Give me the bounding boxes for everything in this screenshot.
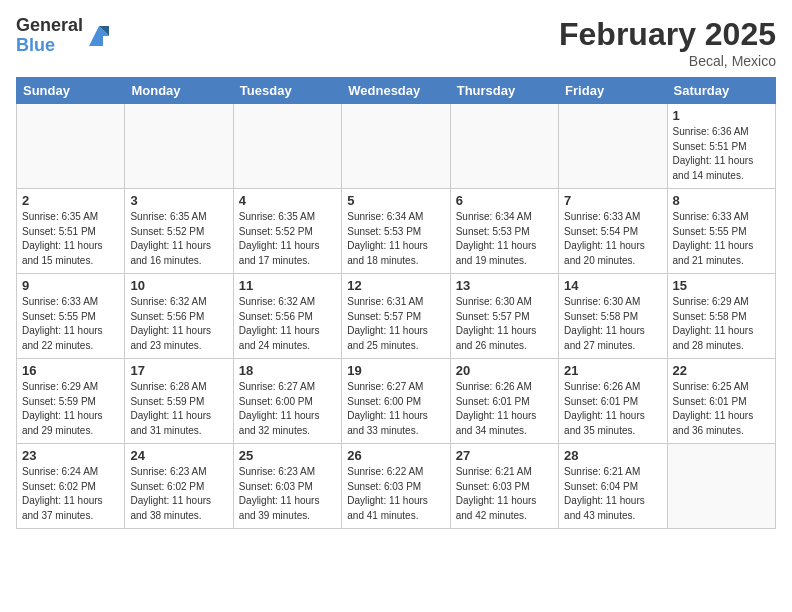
day-info: Sunrise: 6:34 AM Sunset: 5:53 PM Dayligh…	[456, 210, 553, 268]
calendar-cell: 18Sunrise: 6:27 AM Sunset: 6:00 PM Dayli…	[233, 359, 341, 444]
day-info: Sunrise: 6:23 AM Sunset: 6:03 PM Dayligh…	[239, 465, 336, 523]
day-info: Sunrise: 6:27 AM Sunset: 6:00 PM Dayligh…	[239, 380, 336, 438]
calendar-table: SundayMondayTuesdayWednesdayThursdayFrid…	[16, 77, 776, 529]
day-number: 12	[347, 278, 444, 293]
day-info: Sunrise: 6:30 AM Sunset: 5:58 PM Dayligh…	[564, 295, 661, 353]
calendar-week-row: 1Sunrise: 6:36 AM Sunset: 5:51 PM Daylig…	[17, 104, 776, 189]
calendar-week-row: 9Sunrise: 6:33 AM Sunset: 5:55 PM Daylig…	[17, 274, 776, 359]
calendar-cell: 2Sunrise: 6:35 AM Sunset: 5:51 PM Daylig…	[17, 189, 125, 274]
logo-blue: Blue	[16, 36, 83, 56]
day-info: Sunrise: 6:36 AM Sunset: 5:51 PM Dayligh…	[673, 125, 770, 183]
calendar-cell: 10Sunrise: 6:32 AM Sunset: 5:56 PM Dayli…	[125, 274, 233, 359]
calendar-header-thursday: Thursday	[450, 78, 558, 104]
calendar-cell: 22Sunrise: 6:25 AM Sunset: 6:01 PM Dayli…	[667, 359, 775, 444]
day-info: Sunrise: 6:26 AM Sunset: 6:01 PM Dayligh…	[456, 380, 553, 438]
calendar-cell: 4Sunrise: 6:35 AM Sunset: 5:52 PM Daylig…	[233, 189, 341, 274]
day-number: 23	[22, 448, 119, 463]
calendar-cell: 3Sunrise: 6:35 AM Sunset: 5:52 PM Daylig…	[125, 189, 233, 274]
day-number: 10	[130, 278, 227, 293]
day-number: 26	[347, 448, 444, 463]
day-number: 20	[456, 363, 553, 378]
day-number: 6	[456, 193, 553, 208]
day-info: Sunrise: 6:33 AM Sunset: 5:55 PM Dayligh…	[22, 295, 119, 353]
day-number: 13	[456, 278, 553, 293]
day-number: 1	[673, 108, 770, 123]
day-info: Sunrise: 6:29 AM Sunset: 5:58 PM Dayligh…	[673, 295, 770, 353]
day-info: Sunrise: 6:35 AM Sunset: 5:52 PM Dayligh…	[130, 210, 227, 268]
calendar-header-tuesday: Tuesday	[233, 78, 341, 104]
day-number: 17	[130, 363, 227, 378]
day-info: Sunrise: 6:30 AM Sunset: 5:57 PM Dayligh…	[456, 295, 553, 353]
calendar-cell: 14Sunrise: 6:30 AM Sunset: 5:58 PM Dayli…	[559, 274, 667, 359]
location-subtitle: Becal, Mexico	[559, 53, 776, 69]
calendar-week-row: 2Sunrise: 6:35 AM Sunset: 5:51 PM Daylig…	[17, 189, 776, 274]
page-header: General Blue February 2025 Becal, Mexico	[16, 16, 776, 69]
day-info: Sunrise: 6:31 AM Sunset: 5:57 PM Dayligh…	[347, 295, 444, 353]
day-number: 4	[239, 193, 336, 208]
calendar-cell: 17Sunrise: 6:28 AM Sunset: 5:59 PM Dayli…	[125, 359, 233, 444]
day-number: 7	[564, 193, 661, 208]
calendar-cell: 7Sunrise: 6:33 AM Sunset: 5:54 PM Daylig…	[559, 189, 667, 274]
day-info: Sunrise: 6:32 AM Sunset: 5:56 PM Dayligh…	[239, 295, 336, 353]
calendar-cell: 25Sunrise: 6:23 AM Sunset: 6:03 PM Dayli…	[233, 444, 341, 529]
day-number: 14	[564, 278, 661, 293]
day-number: 18	[239, 363, 336, 378]
calendar-header-monday: Monday	[125, 78, 233, 104]
day-number: 27	[456, 448, 553, 463]
calendar-week-row: 16Sunrise: 6:29 AM Sunset: 5:59 PM Dayli…	[17, 359, 776, 444]
logo: General Blue	[16, 16, 113, 56]
day-number: 25	[239, 448, 336, 463]
calendar-cell: 21Sunrise: 6:26 AM Sunset: 6:01 PM Dayli…	[559, 359, 667, 444]
logo-general: General	[16, 16, 83, 36]
day-info: Sunrise: 6:21 AM Sunset: 6:03 PM Dayligh…	[456, 465, 553, 523]
calendar-cell	[450, 104, 558, 189]
calendar-cell: 16Sunrise: 6:29 AM Sunset: 5:59 PM Dayli…	[17, 359, 125, 444]
day-info: Sunrise: 6:28 AM Sunset: 5:59 PM Dayligh…	[130, 380, 227, 438]
day-number: 2	[22, 193, 119, 208]
day-info: Sunrise: 6:25 AM Sunset: 6:01 PM Dayligh…	[673, 380, 770, 438]
day-info: Sunrise: 6:34 AM Sunset: 5:53 PM Dayligh…	[347, 210, 444, 268]
calendar-cell: 26Sunrise: 6:22 AM Sunset: 6:03 PM Dayli…	[342, 444, 450, 529]
calendar-cell: 24Sunrise: 6:23 AM Sunset: 6:02 PM Dayli…	[125, 444, 233, 529]
day-number: 8	[673, 193, 770, 208]
day-info: Sunrise: 6:33 AM Sunset: 5:54 PM Dayligh…	[564, 210, 661, 268]
calendar-cell: 15Sunrise: 6:29 AM Sunset: 5:58 PM Dayli…	[667, 274, 775, 359]
month-year-title: February 2025	[559, 16, 776, 53]
day-info: Sunrise: 6:35 AM Sunset: 5:51 PM Dayligh…	[22, 210, 119, 268]
day-number: 11	[239, 278, 336, 293]
calendar-header-friday: Friday	[559, 78, 667, 104]
day-number: 28	[564, 448, 661, 463]
calendar-cell	[559, 104, 667, 189]
calendar-cell: 13Sunrise: 6:30 AM Sunset: 5:57 PM Dayli…	[450, 274, 558, 359]
calendar-cell	[125, 104, 233, 189]
logo-icon	[85, 22, 113, 50]
calendar-header-row: SundayMondayTuesdayWednesdayThursdayFrid…	[17, 78, 776, 104]
day-info: Sunrise: 6:29 AM Sunset: 5:59 PM Dayligh…	[22, 380, 119, 438]
calendar-cell: 23Sunrise: 6:24 AM Sunset: 6:02 PM Dayli…	[17, 444, 125, 529]
day-info: Sunrise: 6:33 AM Sunset: 5:55 PM Dayligh…	[673, 210, 770, 268]
calendar-week-row: 23Sunrise: 6:24 AM Sunset: 6:02 PM Dayli…	[17, 444, 776, 529]
calendar-cell: 9Sunrise: 6:33 AM Sunset: 5:55 PM Daylig…	[17, 274, 125, 359]
day-number: 24	[130, 448, 227, 463]
title-block: February 2025 Becal, Mexico	[559, 16, 776, 69]
calendar-header-wednesday: Wednesday	[342, 78, 450, 104]
calendar-cell	[17, 104, 125, 189]
calendar-header-sunday: Sunday	[17, 78, 125, 104]
day-number: 9	[22, 278, 119, 293]
day-info: Sunrise: 6:24 AM Sunset: 6:02 PM Dayligh…	[22, 465, 119, 523]
day-info: Sunrise: 6:23 AM Sunset: 6:02 PM Dayligh…	[130, 465, 227, 523]
calendar-cell: 28Sunrise: 6:21 AM Sunset: 6:04 PM Dayli…	[559, 444, 667, 529]
calendar-cell: 19Sunrise: 6:27 AM Sunset: 6:00 PM Dayli…	[342, 359, 450, 444]
day-info: Sunrise: 6:26 AM Sunset: 6:01 PM Dayligh…	[564, 380, 661, 438]
calendar-cell: 8Sunrise: 6:33 AM Sunset: 5:55 PM Daylig…	[667, 189, 775, 274]
day-number: 19	[347, 363, 444, 378]
day-info: Sunrise: 6:22 AM Sunset: 6:03 PM Dayligh…	[347, 465, 444, 523]
calendar-cell: 12Sunrise: 6:31 AM Sunset: 5:57 PM Dayli…	[342, 274, 450, 359]
calendar-cell: 20Sunrise: 6:26 AM Sunset: 6:01 PM Dayli…	[450, 359, 558, 444]
day-number: 22	[673, 363, 770, 378]
calendar-cell: 5Sunrise: 6:34 AM Sunset: 5:53 PM Daylig…	[342, 189, 450, 274]
calendar-cell	[667, 444, 775, 529]
day-info: Sunrise: 6:27 AM Sunset: 6:00 PM Dayligh…	[347, 380, 444, 438]
day-number: 5	[347, 193, 444, 208]
day-info: Sunrise: 6:35 AM Sunset: 5:52 PM Dayligh…	[239, 210, 336, 268]
